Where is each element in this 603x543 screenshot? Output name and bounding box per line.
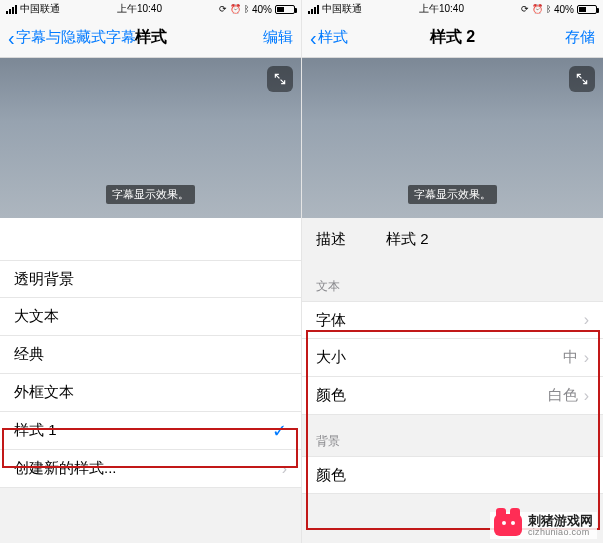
style-option-classic[interactable]: 经典 bbox=[0, 336, 301, 374]
background-color-row[interactable]: 颜色 bbox=[302, 456, 603, 494]
color-label: 颜色 bbox=[316, 386, 346, 405]
description-value: 样式 2 bbox=[386, 230, 429, 249]
nav-bar: ‹ 字幕与隐藏式字幕 样式 编辑 bbox=[0, 18, 301, 58]
back-label: 字幕与隐藏式字幕 bbox=[16, 28, 136, 47]
battery-icon bbox=[577, 5, 597, 14]
font-label: 字体 bbox=[316, 311, 346, 330]
watermark-logo-icon bbox=[494, 514, 522, 536]
section-header-background: 背景 bbox=[302, 415, 603, 456]
caption-sample-text: 字幕显示效果。 bbox=[408, 185, 497, 204]
watermark: 刺猪游戏网 cizhuniao.com bbox=[490, 512, 597, 539]
screen-styles-list: 中国联通 上午10:40 ⟳ ⏰ ᛒ 40% ‹ 字幕与隐藏式字幕 样式 编辑 bbox=[0, 0, 302, 543]
rotation-lock-icon: ⟳ bbox=[219, 5, 227, 14]
bluetooth-icon: ᛒ bbox=[244, 5, 249, 14]
chevron-right-icon: › bbox=[584, 349, 589, 367]
caption-sample-text: 字幕显示效果。 bbox=[106, 185, 195, 204]
style-option-transparent[interactable]: 透明背景 bbox=[0, 260, 301, 298]
text-settings-group: 字体 › 大小 中 › 颜色 白色 › bbox=[302, 301, 603, 415]
status-time: 上午10:40 bbox=[117, 2, 162, 16]
battery-pct: 40% bbox=[554, 4, 574, 15]
size-value: 中 bbox=[563, 348, 578, 367]
chevron-right-icon: › bbox=[282, 460, 287, 478]
description-row[interactable]: 描述 样式 2 bbox=[302, 218, 603, 260]
edit-button[interactable]: 编辑 bbox=[263, 28, 293, 47]
style-label: 经典 bbox=[14, 345, 44, 364]
alarm-icon: ⏰ bbox=[230, 5, 241, 14]
screen-style-editor: 中国联通 上午10:40 ⟳ ⏰ ᛒ 40% ‹ 样式 样式 2 存储 字幕显 bbox=[302, 0, 603, 543]
style-option-style1[interactable]: 样式 1 ✓ bbox=[0, 412, 301, 450]
carrier-label: 中国联通 bbox=[322, 2, 362, 16]
font-row[interactable]: 字体 › bbox=[302, 301, 603, 339]
caption-preview: 字幕显示效果。 bbox=[302, 58, 603, 218]
back-button[interactable]: ‹ 样式 bbox=[310, 28, 348, 48]
watermark-domain: cizhuniao.com bbox=[528, 528, 593, 537]
nav-bar: ‹ 样式 样式 2 存储 bbox=[302, 18, 603, 58]
bluetooth-icon: ᛒ bbox=[546, 5, 551, 14]
status-bar: 中国联通 上午10:40 ⟳ ⏰ ᛒ 40% bbox=[302, 0, 603, 18]
watermark-name: 刺猪游戏网 bbox=[528, 514, 593, 528]
style-label: 外框文本 bbox=[14, 383, 74, 402]
battery-pct: 40% bbox=[252, 4, 272, 15]
style-label: 样式 1 bbox=[14, 421, 57, 440]
signal-icon bbox=[308, 5, 319, 14]
caption-preview: 字幕显示效果。 bbox=[0, 58, 301, 218]
fullscreen-button[interactable] bbox=[267, 66, 293, 92]
expand-icon bbox=[273, 72, 287, 86]
size-row[interactable]: 大小 中 › bbox=[302, 339, 603, 377]
back-button[interactable]: ‹ 字幕与隐藏式字幕 bbox=[8, 28, 136, 48]
status-bar: 中国联通 上午10:40 ⟳ ⏰ ᛒ 40% bbox=[0, 0, 301, 18]
style-label: 大文本 bbox=[14, 307, 59, 326]
checkmark-icon: ✓ bbox=[272, 420, 287, 442]
size-label: 大小 bbox=[316, 348, 346, 367]
color-value: 白色 bbox=[548, 386, 578, 405]
spacer bbox=[0, 218, 301, 260]
style-option-large-text[interactable]: 大文本 bbox=[0, 298, 301, 336]
background-settings-group: 颜色 bbox=[302, 456, 603, 494]
fullscreen-button[interactable] bbox=[569, 66, 595, 92]
alarm-icon: ⏰ bbox=[532, 5, 543, 14]
style-list: 透明背景 大文本 经典 外框文本 样式 1 ✓ 创建新的样式... › bbox=[0, 260, 301, 488]
signal-icon bbox=[6, 5, 17, 14]
expand-icon bbox=[575, 72, 589, 86]
section-header-text: 文本 bbox=[302, 260, 603, 301]
create-new-label: 创建新的样式... bbox=[14, 459, 117, 478]
create-new-style-button[interactable]: 创建新的样式... › bbox=[0, 450, 301, 488]
style-option-outline[interactable]: 外框文本 bbox=[0, 374, 301, 412]
battery-icon bbox=[275, 5, 295, 14]
status-time: 上午10:40 bbox=[419, 2, 464, 16]
save-button[interactable]: 存储 bbox=[565, 28, 595, 47]
chevron-right-icon: › bbox=[584, 311, 589, 329]
description-label: 描述 bbox=[316, 230, 346, 249]
text-color-row[interactable]: 颜色 白色 › bbox=[302, 377, 603, 415]
carrier-label: 中国联通 bbox=[20, 2, 60, 16]
chevron-right-icon: › bbox=[584, 387, 589, 405]
rotation-lock-icon: ⟳ bbox=[521, 5, 529, 14]
chevron-left-icon: ‹ bbox=[310, 28, 317, 48]
chevron-left-icon: ‹ bbox=[8, 28, 15, 48]
back-label: 样式 bbox=[318, 28, 348, 47]
bg-color-label: 颜色 bbox=[316, 466, 346, 485]
style-label: 透明背景 bbox=[14, 270, 74, 289]
